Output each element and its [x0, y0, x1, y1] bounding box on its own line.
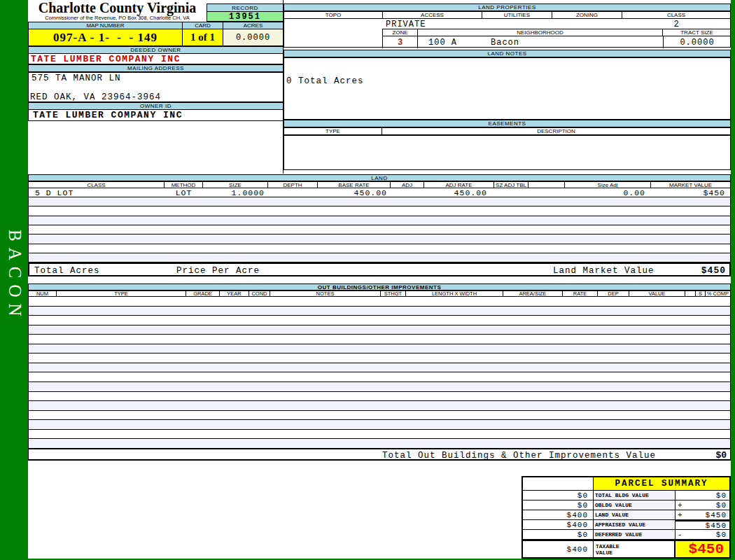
land-market-value-total: $450 [701, 265, 726, 276]
prev-deferred-value: $0 [523, 530, 594, 540]
map-number-label: MAP NUMBER [29, 22, 183, 29]
ob-pct-comp-header: % COMP [706, 291, 730, 296]
parcel-summary-table: PARCEL SUMMARY $0 TOTAL BLDG VALUE $0 $0… [522, 476, 731, 559]
prev-total-bldg-value: $0 [523, 491, 594, 500]
land-market-value-label: Land Market Value [553, 266, 654, 276]
neighborhood-sidebar-label: BACON [5, 230, 24, 323]
land-blank-header [528, 182, 565, 188]
card-label: CARD [183, 22, 223, 29]
neighborhood-label: NEIGHBORHOOD [418, 29, 663, 36]
land-totals-row: Total Acres Price Per Acre Land Market V… [28, 262, 731, 276]
ob-notes-header: NOTES [270, 291, 381, 296]
parcel-record-page: BACON Charlotte County Virginia Commissi… [0, 0, 735, 560]
land-table-row: 5 D LOT LOT 1.0000 450.00 450.00 0.00 $4… [28, 188, 731, 197]
zone-neighborhood-headers: ZONE NEIGHBORHOOD TRACT SIZE [383, 29, 731, 36]
owner-id-label: OWNER ID [28, 102, 284, 110]
out-buildings-total-value: $0 [715, 450, 727, 461]
neighborhood-code: 100 A [428, 38, 457, 48]
land-adj-rate-header: ADJ RATE [424, 182, 494, 188]
out-buildings-headers: NUM TYPE GRADE YEAR COND NOTES STHGT LEN… [28, 290, 731, 297]
property-card-form: Charlotte County Virginia Commissioner o… [28, 0, 731, 559]
land-method-header: METHOD [164, 182, 203, 188]
deferred-value-op: - [676, 530, 688, 540]
land-properties-title: LAND PROPERTIES [284, 4, 731, 11]
summary-corner-cell [523, 477, 594, 491]
zone-neighborhood-values: 3 100 A Bacon 0.0000 [383, 36, 731, 48]
deeded-owner-value: TATE LUMBER COMPANY INC [28, 54, 284, 64]
prev-land-value: $400 [523, 510, 594, 520]
land-adj-header: ADJ [391, 182, 424, 188]
card-value: 1 of 1 [183, 29, 223, 46]
ob-grade-header: GRADE [186, 291, 220, 296]
land-value-op: + [676, 510, 688, 520]
easements-title: EASEMENTS [284, 120, 731, 127]
utilities-label: UTILITIES [482, 12, 552, 18]
easement-type-label: TYPE [284, 128, 382, 134]
land-row-base-rate: 450.00 [318, 188, 391, 197]
appraised-value: $450 [688, 520, 729, 530]
mailing-address-label: MAILING ADDRESS [28, 64, 284, 72]
ob-dep-header: DEP [598, 291, 629, 296]
obldg-value: $0 [688, 500, 729, 510]
out-buildings-total-label: Total Out Buildings & Other Improvements… [382, 451, 656, 461]
access-label: ACCESS [383, 12, 482, 18]
class-label: CLASS [622, 12, 730, 18]
total-bldg-value-op [676, 491, 688, 500]
land-size-header: SIZE [203, 182, 268, 188]
owner-section: Charlotte County Virginia Commissioner o… [28, 0, 284, 174]
total-bldg-value-label: TOTAL BLDG VALUE [594, 491, 676, 500]
ob-type-header: TYPE [57, 291, 186, 296]
prev-appraised-value: $400 [523, 520, 594, 530]
county-title: Charlotte County Virginia [28, 1, 206, 15]
commissioner-line: Commissioner of the Revenue, PO Box 308,… [28, 15, 206, 21]
total-bldg-value: $0 [688, 491, 729, 500]
tract-size-value: 0.0000 [663, 36, 731, 48]
land-value-label: LAND VALUE [594, 510, 676, 520]
easement-description-label: DESCRIPTION [382, 128, 730, 134]
land-base-rate-header: BASE RATE [318, 182, 391, 188]
land-depth-header: DEPTH [268, 182, 318, 188]
ob-value-header: VALUE [629, 291, 685, 296]
county-header: Charlotte County Virginia Commissioner o… [28, 1, 206, 22]
acres-value: 0.0000 [223, 29, 283, 46]
access-value: PRIVATE [386, 20, 426, 29]
neighborhood-name: Bacon [491, 38, 519, 48]
land-properties-box: TOPO ACCESS UTILITIES ZONING CLASS PRIVA… [284, 11, 731, 48]
map-card-acres-values: 097-A - 1- - - 149 1 of 1 0.0000 [28, 29, 284, 46]
land-row-method: LOT [164, 188, 203, 197]
ob-num-header: NUM [29, 291, 57, 296]
land-row-class: 5 D LOT [29, 188, 164, 197]
land-size-adj-header: Size Adj [565, 182, 651, 188]
obldg-value-label: OBLDG VALUE [594, 500, 676, 510]
obldg-value-op: + [676, 500, 688, 510]
record-label: RECORD [206, 4, 284, 12]
price-per-acre-label: Price Per Acre [176, 266, 260, 276]
land-row-size-adj: 0.00 [565, 188, 651, 197]
out-buildings-empty-rows [28, 297, 731, 449]
land-row-size: 1.0000 [203, 188, 268, 197]
ob-cond-header: COND [249, 291, 270, 296]
ob-area-size-header: AREA/SIZE [503, 291, 563, 296]
land-row-market-value: $450 [651, 188, 728, 197]
land-class-header: CLASS [29, 182, 164, 188]
land-properties-headers: TOPO ACCESS UTILITIES ZONING CLASS [284, 12, 730, 19]
topo-label: TOPO [284, 12, 383, 18]
easements-box [284, 135, 731, 170]
total-acres-label: Total Acres [34, 266, 100, 276]
zone-value: 3 [383, 36, 418, 48]
land-row-adj-rate: 450.00 [424, 188, 494, 197]
land-notes-text: 0 Total Acres [286, 76, 364, 86]
deferred-value: $0 [688, 530, 729, 540]
owner-id-value: TATE LUMBER COMPANY INC [28, 110, 284, 121]
ob-s-header: S [696, 291, 706, 296]
mailing-address-line2: RED OAK, VA 23964-3964 [30, 92, 161, 102]
out-buildings-total-row: Total Out Buildings & Other Improvements… [28, 449, 731, 461]
neighborhood-value: 100 A Bacon [418, 36, 663, 48]
appraised-value-label: APPRAISED VALUE [594, 520, 676, 530]
acres-label: ACRES [223, 22, 283, 29]
land-market-value-header: MARKET VALUE [651, 182, 730, 188]
deferred-value-label: DEFERRED VALUE [594, 530, 676, 540]
taxable-value: $450 [676, 540, 729, 557]
zoning-label: ZONING [552, 12, 622, 18]
land-table-title: LAND [28, 174, 731, 181]
